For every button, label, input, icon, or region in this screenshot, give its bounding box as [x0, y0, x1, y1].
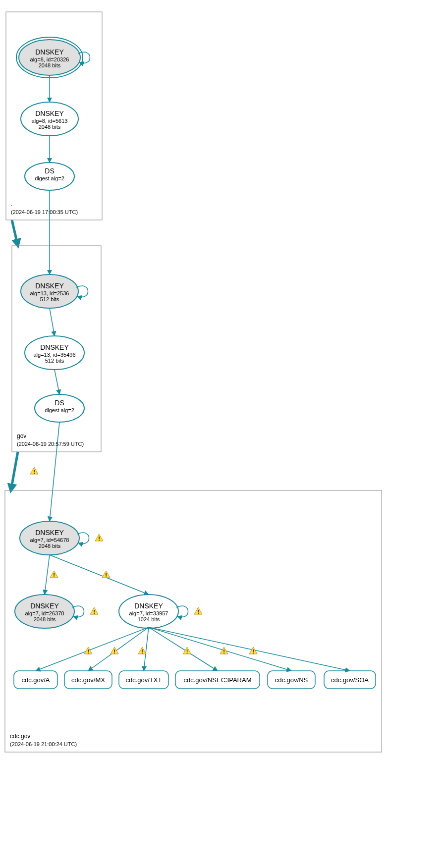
svg-text:!: ! [113, 649, 115, 654]
svg-text:!: ! [87, 649, 89, 654]
edge-n_cdc_zsk-rr_txt [144, 627, 149, 671]
svg-text:1024 bits: 1024 bits [138, 616, 160, 622]
warning-icon: ! [90, 607, 98, 615]
svg-text:DNSKEY: DNSKEY [35, 282, 64, 290]
warning-icon: ! [30, 467, 38, 475]
warning-icon: ! [50, 571, 58, 578]
edge-n_cdc_ksk-n_cdc_zsk [50, 555, 149, 595]
svg-text:alg=8, id=20326: alg=8, id=20326 [30, 56, 69, 62]
svg-text:DNSKEY: DNSKEY [40, 343, 69, 351]
svg-text:alg=8, id=5613: alg=8, id=5613 [32, 118, 68, 124]
svg-text:digest alg=2: digest alg=2 [45, 407, 74, 413]
svg-text:DNSKEY: DNSKEY [35, 109, 64, 117]
svg-text:digest alg=2: digest alg=2 [35, 175, 64, 181]
svg-text:!: ! [53, 572, 55, 578]
delegation-thick-1-2 [11, 452, 18, 490]
svg-text:DNSKEY: DNSKEY [134, 602, 163, 610]
warning-icon: ! [138, 647, 146, 654]
warning-icon: ! [95, 534, 103, 542]
svg-text:cdc.gov/TXT: cdc.gov/TXT [126, 676, 162, 684]
svg-text:!: ! [33, 469, 35, 475]
warning-icon: ! [194, 607, 202, 615]
svg-text:2048 bits: 2048 bits [34, 616, 56, 622]
svg-text:2048 bits: 2048 bits [39, 543, 61, 549]
svg-text:alg=7, id=33957: alg=7, id=33957 [129, 610, 168, 616]
warning-icon: ! [111, 647, 118, 654]
delegation-ds-n_gov_ds-n_cdc_ksk [50, 422, 59, 521]
svg-text:!: ! [252, 649, 254, 654]
svg-text:2048 bits: 2048 bits [39, 62, 61, 68]
zone-label-cdc: cdc.gov [10, 733, 30, 740]
svg-text:alg=13, id=35496: alg=13, id=35496 [33, 352, 75, 358]
zone-label-root: . [11, 201, 12, 208]
svg-text:512 bits: 512 bits [45, 358, 64, 364]
svg-text:2048 bits: 2048 bits [39, 124, 61, 130]
edge-n_cdc_zsk-rr_soa [149, 627, 350, 671]
svg-text:!: ! [223, 649, 225, 654]
warning-icon: ! [84, 647, 92, 654]
svg-text:!: ! [98, 536, 100, 542]
svg-text:cdc.gov/NSEC3PARAM: cdc.gov/NSEC3PARAM [183, 676, 251, 684]
svg-text:!: ! [105, 572, 107, 578]
svg-text:cdc.gov/A: cdc.gov/A [21, 676, 50, 684]
svg-text:cdc.gov/NS: cdc.gov/NS [275, 676, 308, 684]
svg-text:alg=7, id=54678: alg=7, id=54678 [30, 537, 69, 543]
svg-text:cdc.gov/MX: cdc.gov/MX [71, 676, 105, 684]
edge-n_gov_ksk-n_gov_zsk [50, 308, 55, 336]
edge-n_cdc_zsk-rr_ns [149, 627, 291, 671]
svg-text:512 bits: 512 bits [40, 296, 59, 302]
zone-timestamp-gov: (2024-06-19 20:57:59 UTC) [17, 441, 84, 447]
edge-n_gov_zsk-n_gov_ds [55, 370, 59, 394]
edge-n_cdc_ksk-n_cdc_k2 [45, 555, 50, 595]
svg-text:!: ! [186, 649, 188, 654]
delegation-thick-0-1 [12, 220, 18, 246]
zone-timestamp-cdc: (2024-06-19 21:00:24 UTC) [10, 741, 77, 747]
edge-n_cdc_zsk-rr_mx [88, 627, 149, 671]
svg-text:alg=13, id=2536: alg=13, id=2536 [30, 290, 69, 296]
svg-text:DNSKEY: DNSKEY [35, 48, 64, 56]
edge-n_cdc_zsk-rr_n3p [149, 627, 218, 671]
warning-icon: ! [183, 647, 191, 654]
svg-text:DNSKEY: DNSKEY [35, 529, 64, 537]
warning-icon: ! [102, 571, 110, 578]
zone-label-gov: gov [17, 433, 26, 439]
svg-text:alg=7, id=26370: alg=7, id=26370 [25, 610, 64, 616]
svg-text:!: ! [197, 609, 199, 615]
dnssec-diagram: !.(2024-06-19 17:00:35 UTC)DNSKEYalg=8, … [0, 0, 444, 868]
svg-text:!: ! [141, 649, 143, 654]
svg-text:cdc.gov/SOA: cdc.gov/SOA [331, 676, 369, 684]
svg-text:DNSKEY: DNSKEY [30, 602, 59, 610]
svg-text:!: ! [93, 609, 95, 615]
svg-text:DS: DS [55, 399, 64, 407]
edge-n_cdc_zsk-rr_a [36, 627, 149, 671]
svg-text:DS: DS [45, 167, 54, 175]
zone-timestamp-root: (2024-06-19 17:00:35 UTC) [11, 209, 78, 215]
